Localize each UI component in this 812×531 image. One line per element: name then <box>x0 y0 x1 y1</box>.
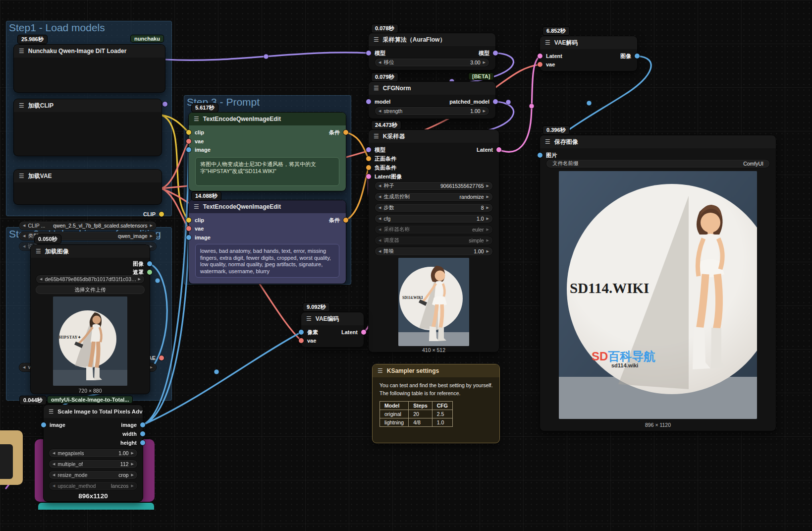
dit-title[interactable]: Nunchaku Qwen-Image DiT Loader <box>14 45 165 58</box>
node-load-clip[interactable]: 加载CLIP CLIP CLIP ...qwen_2.5_vl_7b_fp8_s… <box>14 99 162 156</box>
scale-resize-mode-widget[interactable]: resize_modecrop <box>49 471 138 479</box>
node-cfgnorm[interactable]: CFGNorm model patched_model strength1.00 <box>369 82 495 118</box>
vae-decode-output-image[interactable]: 图像 <box>540 52 637 60</box>
vae-encode-input-vae[interactable]: vae <box>301 337 364 345</box>
node-model-sampling-auraflow[interactable]: 采样算法（AuraFlow） 模型 模型 移位3.00 <box>369 33 495 70</box>
aura-shift-widget[interactable]: 移位3.00 <box>375 58 489 67</box>
negative-prompt-textarea[interactable]: lowres, bad anatomy, bad hands, text, er… <box>195 244 339 278</box>
dit-nunchaku-badge: nunchaku <box>131 35 163 42</box>
image-port-dot[interactable] <box>186 235 191 240</box>
model-port-dot[interactable] <box>162 102 167 107</box>
save-input-images[interactable]: 图片 <box>540 151 776 159</box>
cond-port-dot[interactable] <box>366 156 371 161</box>
scale-upscale-method-widget[interactable]: upscale_methodlanczos <box>49 481 138 490</box>
node-text-encode-positive[interactable]: TextEncodeQwenImageEdit clip vae image 条… <box>189 113 346 191</box>
clip-output[interactable]: CLIP <box>14 210 162 218</box>
node-graph-canvas[interactable]: Step1 - Load models Step 2 - Upload imag… <box>0 0 812 531</box>
ks-scheduler-widget[interactable]: 调度器simple <box>375 236 493 245</box>
ks-steps-widget[interactable]: 步数8 <box>375 203 493 212</box>
latent-port-dot[interactable] <box>366 174 371 179</box>
positive-prompt-textarea[interactable]: 将图中人物变成迪士尼3D卡通风格，将其中的文字"HIPSTAY"改成"SD114… <box>195 157 339 186</box>
neg-output-cond[interactable]: 条件 <box>189 216 346 224</box>
clip-title[interactable]: 加载CLIP <box>14 99 162 112</box>
pos-input-image[interactable]: image <box>189 146 346 154</box>
sd114-watermark: SD114.WIKI <box>402 295 423 300</box>
cfgnorm-title[interactable]: CFGNorm <box>369 82 495 95</box>
vae-title[interactable]: 加载VAE <box>14 170 162 182</box>
latent-port-dot[interactable] <box>496 147 501 152</box>
vae-port-dot[interactable] <box>159 355 164 360</box>
vae-decode-title[interactable]: VAE解码 <box>540 36 637 49</box>
ks-input-latent-image[interactable]: Latent图像 <box>369 173 499 180</box>
node-scale-image[interactable]: Scale Image to Total Pixels Adv image im… <box>44 405 143 501</box>
image-port-dot[interactable] <box>186 147 191 152</box>
node-text-encode-negative[interactable]: TextEncodeQwenImageEdit clip vae image 条… <box>189 200 346 284</box>
cond-port-dot[interactable] <box>366 165 371 170</box>
load-image-title[interactable]: 加载图像 <box>31 245 150 258</box>
cfgnorm-strength-widget[interactable]: strength1.00 <box>375 107 489 116</box>
width-port-dot[interactable] <box>140 431 145 436</box>
node-note-ksampler-settings[interactable]: KSampler settings You can test and find … <box>373 364 499 443</box>
node-load-image[interactable]: 加载图像 图像 遮罩 de65b4879e865db87b1017df31f1c… <box>31 245 150 394</box>
ksampler-title[interactable]: K采样器 <box>369 130 499 143</box>
image-port-dot[interactable] <box>147 261 152 266</box>
node-dit-loader[interactable]: Nunchaku Qwen-Image DiT Loader 模型 svdq-i… <box>14 45 165 92</box>
clip-name-widget[interactable]: CLIP ...qwen_2.5_vl_7b_fp8_scaled.safete… <box>19 221 157 230</box>
ks-denoise-widget[interactable]: 降噪1.00 <box>375 247 493 256</box>
vae-encode-title[interactable]: VAE编码 <box>301 312 364 325</box>
scale-output-image[interactable]: image <box>44 421 143 429</box>
aura-title[interactable]: 采样算法（AuraFlow） <box>369 33 495 46</box>
load-image-output-image[interactable]: 图像 <box>31 260 150 268</box>
image-port-dot[interactable] <box>635 54 640 59</box>
mask-port-dot[interactable] <box>147 270 152 275</box>
scale-multiple-of-widget[interactable]: multiple_of112 <box>49 460 138 469</box>
aura-output-model[interactable]: 模型 <box>369 49 495 57</box>
ks-input-negative[interactable]: 负面条件 <box>369 164 499 172</box>
neg-encode-title[interactable]: TextEncodeQwenImageEdit <box>189 200 346 213</box>
cond-port-dot[interactable] <box>343 130 348 135</box>
vae-decode-input-vae[interactable]: vae <box>540 60 637 68</box>
scale-title[interactable]: Scale Image to Total Pixels Adv <box>44 405 143 418</box>
clip-port-dot[interactable] <box>159 212 164 217</box>
node-ksampler[interactable]: K采样器 模型 Latent 正面条件 负面条件 Latent图像 种子9066… <box>369 130 499 352</box>
latent-port-dot[interactable] <box>361 330 366 335</box>
upload-file-button[interactable]: 选择文件上传 <box>36 286 145 294</box>
ks-sampler-name-widget[interactable]: 采样器名称euler <box>375 225 493 234</box>
image-port-dot[interactable] <box>538 153 542 158</box>
save-image-title[interactable]: 保存图像 <box>540 135 776 148</box>
neg-input-image[interactable]: image <box>189 234 346 241</box>
node-vae-decode[interactable]: VAE解码 Latent 图像 vae <box>540 36 637 71</box>
scale-output-height[interactable]: height <box>44 439 143 447</box>
save-filename-prefix-widget[interactable]: 文件名前缀ComfyUI <box>546 159 770 168</box>
neg-input-vae[interactable]: vae <box>189 225 346 233</box>
vae-port-dot[interactable] <box>186 226 191 231</box>
image-port-dot[interactable] <box>140 422 145 427</box>
pos-input-vae[interactable]: vae <box>189 137 346 145</box>
vae-encode-output-latent[interactable]: Latent <box>301 328 364 336</box>
load-image-file-widget[interactable]: de65b4879e865db87b1017df31f1c032 ... <box>36 275 145 284</box>
ks-control-after-generate-widget[interactable]: 生成后控制randomize <box>375 192 493 201</box>
scale-megapixels-widget[interactable]: megapixels1.00 <box>49 449 138 458</box>
pos-output-cond[interactable]: 条件 <box>189 128 346 136</box>
node-load-vae[interactable]: 加载VAE VAE vae名称qwen_image_vae.safetensor… <box>14 170 162 204</box>
vae-port-dot[interactable] <box>299 338 304 343</box>
aura-time-badge: 0.078秒 <box>372 24 398 33</box>
ks-input-positive[interactable]: 正面条件 <box>369 155 499 163</box>
ks-seed-widget[interactable]: 种子906615355627765 <box>375 181 493 190</box>
note-title[interactable]: KSampler settings <box>373 364 499 377</box>
model-port-dot[interactable] <box>493 51 498 56</box>
node-vae-encode[interactable]: VAE编码 像素 Latent vae <box>301 312 364 347</box>
cfgnorm-output-patched-model[interactable]: patched_model <box>369 98 495 106</box>
pos-encode-title[interactable]: TextEncodeQwenImageEdit <box>189 113 346 125</box>
vae-port-dot[interactable] <box>538 62 542 67</box>
cfgnorm-time-badge: 0.079秒 <box>372 73 398 81</box>
cond-port-dot[interactable] <box>343 218 348 223</box>
height-port-dot[interactable] <box>140 440 145 445</box>
dit-time-badge: 25.986秒 <box>18 35 47 44</box>
ks-output-latent[interactable]: Latent <box>369 146 499 154</box>
model-port-dot[interactable] <box>493 99 498 104</box>
vae-port-dot[interactable] <box>186 139 191 144</box>
node-save-image[interactable]: 保存图像 图片 文件名前缀ComfyUI <box>540 135 776 431</box>
ks-cfg-widget[interactable]: cfg1.0 <box>375 214 493 223</box>
scale-output-width[interactable]: width <box>44 430 143 438</box>
